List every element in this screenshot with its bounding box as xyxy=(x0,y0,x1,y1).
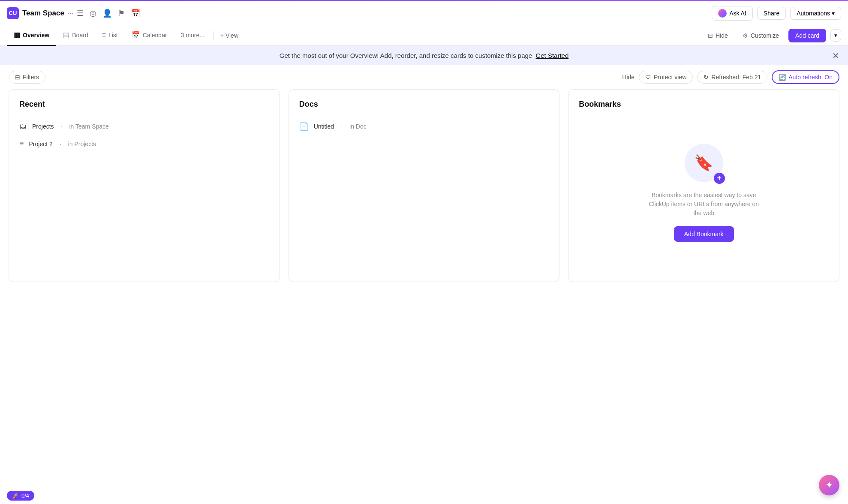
top-nav-icons: ☰ ◎ 👤 ⚑ 📅 xyxy=(77,9,140,18)
app-logo: CU xyxy=(7,7,19,19)
flag-icon[interactable]: ⚑ xyxy=(118,9,125,18)
ai-icon xyxy=(718,9,727,18)
filter-icon: ⊟ xyxy=(15,74,20,81)
tab-more[interactable]: 3 more... xyxy=(174,25,211,46)
filters-button[interactable]: ⊟ Filters xyxy=(9,71,45,84)
toolbar-left: ⊟ Filters xyxy=(9,71,45,84)
document-icon: 📄 xyxy=(299,122,309,131)
hamburger-icon[interactable]: ☰ xyxy=(77,9,84,18)
list-item[interactable]: 🗂 Projects · in Team Space xyxy=(19,117,269,135)
toolbar-hide-button[interactable]: Hide xyxy=(622,74,634,81)
dot-separator: · xyxy=(60,141,61,147)
overview-icon: ▦ xyxy=(14,31,20,39)
docs-card-title: Docs xyxy=(299,100,549,109)
chevron-down-icon: ▾ xyxy=(832,10,835,17)
calendar-tab-icon: 📅 xyxy=(132,31,140,39)
workspace-title: Team Space xyxy=(22,9,64,18)
list-item[interactable]: 📄 Untitled · in Doc xyxy=(299,117,549,135)
tab-board-label: Board xyxy=(72,32,88,39)
doc-item-location: in Doc xyxy=(349,123,367,130)
top-nav-right: Ask AI Share Automations ▾ xyxy=(712,6,841,21)
add-bookmark-button[interactable]: Add Bookmark xyxy=(674,226,734,242)
tab-bar-chevron-button[interactable]: ▾ xyxy=(830,29,841,42)
add-view-label: + View xyxy=(220,32,238,39)
tab-calendar[interactable]: 📅 Calendar xyxy=(125,25,174,46)
protect-view-label: Protect view xyxy=(654,74,686,81)
auto-refresh-label: Auto refresh: On xyxy=(788,74,833,81)
bookmarks-card: Bookmarks 🔖 + Bookmarks are the easiest … xyxy=(568,89,839,282)
list-icon: ≡ xyxy=(19,139,24,148)
bookmark-description: Bookmarks are the easiest way to save Cl… xyxy=(644,191,764,218)
docs-card: Docs 📄 Untitled · in Doc xyxy=(289,89,560,282)
auto-refresh-button[interactable]: 🔄 Auto refresh: On xyxy=(772,70,839,84)
automations-button[interactable]: Automations ▾ xyxy=(790,7,841,20)
refresh-icon: ↻ xyxy=(704,74,709,81)
bookmark-plus-icon: + xyxy=(714,173,725,184)
gear-icon: ⚙ xyxy=(743,32,748,39)
tab-bar-left: ▦ Overview ▤ Board ≡ List 📅 Calendar 3 m… xyxy=(7,25,244,46)
ask-ai-label: Ask AI xyxy=(729,10,746,17)
share-button[interactable]: Share xyxy=(757,7,786,20)
person-icon[interactable]: 👤 xyxy=(102,9,112,18)
hide-button[interactable]: ⊟ Hide xyxy=(703,30,733,42)
refresh-button[interactable]: ↻ Refreshed: Feb 21 xyxy=(697,71,767,84)
recent-card: Recent 🗂 Projects · in Team Space ≡ Proj… xyxy=(9,89,280,282)
bookmarks-card-title: Bookmarks xyxy=(579,100,829,109)
tab-more-label: 3 more... xyxy=(181,32,204,39)
share-label: Share xyxy=(764,10,779,17)
banner-main-text: Get the most out of your Overview! Add, … xyxy=(280,52,532,59)
recent-item-name: Project 2 xyxy=(29,141,53,147)
list-icon: ≡ xyxy=(102,31,106,39)
dot-separator: · xyxy=(341,123,343,130)
customize-label: Customize xyxy=(751,32,779,39)
tab-list-label: List xyxy=(108,32,118,39)
dot-separator: · xyxy=(61,123,63,130)
tab-overview-label: Overview xyxy=(23,32,49,39)
tab-bar: ▦ Overview ▤ Board ≡ List 📅 Calendar 3 m… xyxy=(0,25,848,46)
bookmark-icon: 🔖 xyxy=(694,154,713,172)
shield-icon: 🛡 xyxy=(645,74,651,81)
bookmarks-empty-state: 🔖 + Bookmarks are the easiest way to sav… xyxy=(579,117,829,267)
target-icon[interactable]: ◎ xyxy=(90,9,96,18)
more-options-dots[interactable]: ··· xyxy=(68,9,73,17)
tab-divider xyxy=(213,31,214,40)
tab-board[interactable]: ▤ Board xyxy=(56,25,95,46)
board-icon: ▤ xyxy=(63,31,69,39)
doc-item-name: Untitled xyxy=(314,123,334,130)
automations-label: Automations xyxy=(797,10,830,17)
add-card-button[interactable]: Add card xyxy=(788,29,826,42)
tab-list[interactable]: ≡ List xyxy=(95,25,125,46)
bookmark-illustration: 🔖 + xyxy=(685,144,723,182)
cards-area: Recent 🗂 Projects · in Team Space ≡ Proj… xyxy=(0,89,848,291)
get-started-link[interactable]: Get Started xyxy=(536,52,569,59)
folder-icon: 🗂 xyxy=(19,122,27,131)
customize-button[interactable]: ⚙ Customize xyxy=(737,30,784,42)
hide-icon: ⊟ xyxy=(708,32,713,39)
refreshed-label: Refreshed: Feb 21 xyxy=(711,74,761,81)
tab-calendar-label: Calendar xyxy=(143,32,167,39)
top-nav-left: CU Team Space ··· ☰ ◎ 👤 ⚑ 📅 xyxy=(7,7,140,19)
overview-banner: Get the most out of your Overview! Add, … xyxy=(0,46,848,65)
recent-card-title: Recent xyxy=(19,100,269,109)
toolbar-right: Hide 🛡 Protect view ↻ Refreshed: Feb 21 … xyxy=(622,70,839,84)
list-item[interactable]: ≡ Project 2 · in Projects xyxy=(19,135,269,153)
top-nav: CU Team Space ··· ☰ ◎ 👤 ⚑ 📅 Ask AI Share… xyxy=(0,1,848,25)
banner-close-button[interactable]: ✕ xyxy=(832,51,839,61)
recent-item-location: in Projects xyxy=(68,141,96,147)
ask-ai-button[interactable]: Ask AI xyxy=(712,6,753,21)
filters-label: Filters xyxy=(23,74,39,81)
banner-text: Get the most out of your Overview! Add, … xyxy=(280,52,569,59)
protect-view-button[interactable]: 🛡 Protect view xyxy=(639,71,693,84)
chevron-down-icon: ▾ xyxy=(834,32,837,39)
add-card-label: Add card xyxy=(795,32,819,39)
add-view-button[interactable]: + View xyxy=(215,25,244,46)
tab-bar-right: ⊟ Hide ⚙ Customize Add card ▾ xyxy=(703,29,841,42)
calendar-icon[interactable]: 📅 xyxy=(131,9,140,18)
tab-overview[interactable]: ▦ Overview xyxy=(7,25,56,46)
auto-refresh-icon: 🔄 xyxy=(779,74,786,81)
toolbar: ⊟ Filters Hide 🛡 Protect view ↻ Refreshe… xyxy=(0,65,848,89)
recent-item-location: in Team Space xyxy=(69,123,108,130)
hide-label: Hide xyxy=(716,32,728,39)
recent-item-name: Projects xyxy=(32,123,54,130)
